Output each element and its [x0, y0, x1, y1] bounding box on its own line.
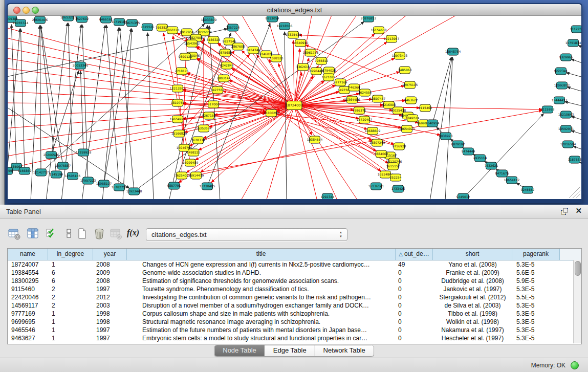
function-builder-icon[interactable]: f(x): [127, 228, 141, 242]
table-cell[interactable]: Nakamura et al. (1997): [433, 326, 512, 334]
table-cell[interactable]: Dudbridge et al. (2008): [433, 277, 512, 285]
graph-edge[interactable]: [80, 71, 83, 152]
table-cell[interactable]: Yano et al. (2008): [433, 260, 512, 269]
table-row[interactable]: 1938455462009Genome-wide association stu…: [8, 269, 581, 277]
table-cell[interactable]: 2: [48, 293, 93, 301]
table-cell[interactable]: 22420046: [8, 293, 48, 301]
table-cell[interactable]: Genome-wide association studies in ADHD.: [127, 269, 396, 277]
table-cell[interactable]: 14569117: [8, 301, 48, 310]
table-cell[interactable]: Stergiakouli et al. (2012): [433, 293, 512, 301]
table-cell[interactable]: 2: [48, 301, 93, 310]
column-header-out_de[interactable]: △out_de…: [396, 249, 433, 260]
table-cell[interactable]: Franke et al. (2009): [433, 269, 512, 277]
table-row[interactable]: 1872400712008Changes of HCN gene express…: [8, 260, 581, 269]
table-cell[interactable]: 5.6E-5: [512, 269, 560, 277]
table-cell[interactable]: de Silva et al. (2003): [433, 301, 512, 310]
table-cell[interactable]: 1998: [93, 310, 127, 318]
graph-edge[interactable]: [8, 29, 20, 171]
table-cell[interactable]: 0: [396, 310, 433, 318]
graph-edge[interactable]: [266, 105, 294, 199]
table-cell[interactable]: Structural magnetic resonance image aver…: [127, 318, 396, 326]
table-cell[interactable]: 0: [396, 277, 433, 285]
table-cell[interactable]: 9465546: [8, 326, 48, 334]
show-columns-icon[interactable]: [26, 227, 40, 240]
table-cell[interactable]: 2008: [93, 260, 127, 269]
table-selector-dropdown[interactable]: citations_edges.txt ▲▼: [146, 228, 347, 241]
graph-edge[interactable]: [104, 29, 131, 184]
select-rows-icon[interactable]: [44, 227, 58, 240]
column-header-title[interactable]: title: [127, 249, 396, 260]
table-cell[interactable]: 5.3E-5: [512, 318, 560, 326]
table-row[interactable]: 969969511998Structural magnetic resonanc…: [8, 318, 581, 326]
table-cell[interactable]: 5.9E-5: [512, 277, 560, 285]
graph-edge[interactable]: [20, 29, 25, 171]
table-cell[interactable]: 0: [396, 269, 433, 277]
table-cell[interactable]: 5.3E-5: [512, 260, 560, 269]
table-cell[interactable]: 6: [48, 277, 93, 285]
table-cell[interactable]: Estimation of significance thresholds fo…: [127, 277, 396, 285]
table-cell[interactable]: 0: [396, 326, 433, 334]
graph-edge[interactable]: [571, 59, 581, 64]
graph-edge[interactable]: [123, 29, 132, 199]
table-cell[interactable]: 2009: [93, 269, 127, 277]
table-cell[interactable]: Tibbo et al. (1998): [433, 310, 512, 318]
table-cell[interactable]: 5.3E-5: [512, 334, 560, 342]
graph-edge[interactable]: [567, 73, 581, 78]
table-row[interactable]: 911546021997Tourette syndrome. Phenomeno…: [8, 285, 581, 293]
graph-edge[interactable]: [8, 105, 294, 169]
column-header-name[interactable]: name: [8, 249, 48, 260]
table-cell[interactable]: 0: [396, 285, 433, 293]
table-cell[interactable]: 2: [48, 285, 93, 293]
table-cell[interactable]: 49: [396, 260, 433, 269]
table-cell[interactable]: 1997: [93, 334, 127, 342]
table-cell[interactable]: 2012: [93, 293, 127, 301]
table-cell[interactable]: 5.3E-5: [512, 285, 560, 293]
graph-edge[interactable]: [432, 57, 451, 123]
scrollbar-thumb[interactable]: [575, 261, 581, 276]
graph-edge[interactable]: [179, 54, 250, 134]
table-cell[interactable]: 1: [48, 326, 93, 334]
column-header-in_degree[interactable]: in_degree: [48, 249, 93, 260]
tab-edge-table[interactable]: Edge Table: [265, 345, 315, 356]
vertical-scrollbar[interactable]: [573, 260, 581, 343]
table-cell[interactable]: 5.3E-5: [512, 310, 560, 318]
memory-status-indicator[interactable]: [571, 361, 579, 369]
table-cell[interactable]: Disruption of a novel member of a sodium…: [127, 301, 396, 310]
table-header-row[interactable]: namein_degreeyeartitle△out_de…shortpager…: [8, 249, 581, 260]
table-cell[interactable]: 1: [48, 260, 93, 269]
table-cell[interactable]: 2008: [93, 277, 127, 285]
graph-edge[interactable]: [8, 58, 294, 105]
table-row[interactable]: 946554611997Estimation of the future num…: [8, 326, 581, 334]
network-window[interactable]: citations_edges.txt 18724007150538114055…: [7, 3, 582, 203]
graph-edge[interactable]: [571, 130, 581, 136]
table-cell[interactable]: Corpus callosum shape and size in male p…: [127, 310, 396, 318]
network-canvas[interactable]: 1872400715053811405572420691406106532571…: [8, 16, 581, 199]
table-cell[interactable]: 5.3E-5: [512, 301, 560, 310]
table-cell[interactable]: Tourette syndrome. Phenomenology and cla…: [127, 285, 396, 293]
table-body[interactable]: 1872400712008Changes of HCN gene express…: [8, 260, 581, 342]
table-cell[interactable]: 5.5E-5: [512, 293, 560, 301]
row-layout-icon[interactable]: [61, 227, 76, 240]
table-row[interactable]: 1456911722003Disruption of a novel membe…: [8, 301, 581, 310]
table-cell[interactable]: Wolkin et al. (1998): [433, 318, 512, 326]
graph-edge[interactable]: [8, 48, 294, 105]
table-cell[interactable]: 0: [396, 318, 433, 326]
graph-edge[interactable]: [293, 40, 294, 105]
table-cell[interactable]: 9115460: [8, 285, 48, 293]
table-mode-icon[interactable]: [7, 227, 21, 240]
table-cell[interactable]: 18724007: [8, 260, 48, 269]
float-panel-icon[interactable]: [560, 207, 569, 215]
node-table[interactable]: namein_degreeyeartitle△out_de…shortpager…: [7, 248, 582, 344]
new-column-icon[interactable]: [75, 227, 89, 240]
table-cell[interactable]: 1: [48, 334, 93, 342]
table-cell[interactable]: 9699695: [8, 318, 48, 326]
table-row[interactable]: 1830029562008Estimation of significance …: [8, 277, 581, 285]
graph-edge[interactable]: [163, 33, 190, 163]
column-header-year[interactable]: year: [93, 249, 127, 260]
table-cell[interactable]: Hescheler et al. (1997): [433, 334, 512, 342]
graph-edge[interactable]: [568, 87, 581, 93]
graph-edge[interactable]: [8, 80, 294, 105]
table-cell[interactable]: 1997: [93, 285, 127, 293]
table-row[interactable]: 977716911998Corpus callosum shape and si…: [8, 310, 581, 318]
graph-edge[interactable]: [573, 146, 581, 151]
